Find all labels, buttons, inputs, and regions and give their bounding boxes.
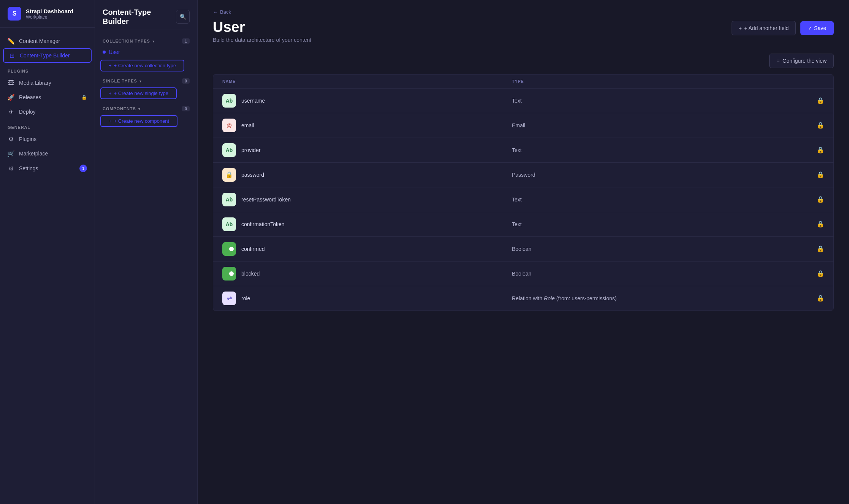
ctb-components-label: COMPONENTS [103, 106, 136, 111]
ctb-collection-types-badge: 1 [182, 38, 190, 44]
pencil-icon: ✏️ [8, 38, 14, 44]
ctb-single-types-label: SINGLE TYPES [103, 79, 137, 83]
field-name-cell: @ email [222, 119, 512, 132]
text-field-icon: Ab [222, 217, 236, 231]
page-title-group: User Build the data architecture of your… [213, 19, 311, 43]
ctb-components-badge: 0 [182, 106, 190, 111]
plus-icon: + [739, 25, 742, 31]
field-name: blocked [241, 271, 260, 277]
field-type: Text [512, 197, 801, 203]
sidebar-item-deploy[interactable]: ✈ Deploy [0, 105, 95, 119]
table-row: @ email Email 🔒 [213, 113, 833, 138]
settings-badge: 1 [79, 165, 87, 172]
field-name-cell: Ab username [222, 94, 512, 108]
field-name: provider [241, 147, 261, 153]
text-field-icon: Ab [222, 143, 236, 157]
table-header-type: TYPE [512, 79, 801, 84]
grid-icon: ⊞ [8, 52, 15, 59]
create-new-single-type-button[interactable]: + + Create new single type [100, 87, 177, 99]
sidebar-item-plugins[interactable]: ⚙ Plugins [0, 132, 95, 146]
sidebar-item-settings[interactable]: ⚙ Settings 1 [0, 161, 95, 176]
boolean-field-icon [222, 242, 236, 256]
sidebar-item-label: Content-Type Builder [20, 52, 70, 59]
field-name-cell: Ab confirmationToken [222, 217, 512, 231]
table-row: Ab provider Text 🔒 [213, 138, 833, 163]
table-row: Ab confirmationToken Text 🔒 [213, 212, 833, 237]
sidebar-item-label: Marketplace [19, 151, 48, 157]
app-title-group: Strapi Dashboard Workplace [26, 8, 73, 20]
relation-field-icon: ⇌ [222, 292, 236, 305]
ctb-collection-type-user[interactable]: User [95, 46, 197, 58]
sidebar-item-label: Deploy [19, 109, 36, 115]
field-type: Boolean [512, 246, 801, 252]
ctb-single-types-header[interactable]: SINGLE TYPES ▾ 0 [95, 76, 197, 86]
table-row: confirmed Boolean 🔒 [213, 237, 833, 262]
field-name-cell: ⇌ role [222, 292, 512, 305]
ctb-collection-types-label: COLLECTION TYPES [103, 39, 150, 43]
lock-icon: 🔒 [801, 196, 824, 203]
table-header-name: NAME [222, 79, 512, 84]
lock-icon: 🔒 [801, 245, 824, 252]
sidebar-item-content-manager[interactable]: ✏️ Content Manager [0, 34, 95, 48]
content-type-builder-panel: Content-Type Builder 🔍 COLLECTION TYPES … [95, 0, 198, 504]
create-new-component-button[interactable]: + + Create new component [100, 115, 177, 127]
text-field-icon: Ab [222, 193, 236, 206]
add-another-field-button[interactable]: + + Add another field [732, 21, 796, 35]
arrow-left-icon: ← [213, 9, 218, 15]
table-row: blocked Boolean 🔒 [213, 262, 833, 286]
chevron-down-icon: ▾ [138, 107, 140, 111]
field-name-cell: 🔒 password [222, 168, 512, 182]
sidebar-item-content-type-builder[interactable]: ⊞ Content-Type Builder [3, 48, 92, 63]
main-content: ← Back User Build the data architecture … [198, 0, 849, 504]
lock-icon: 🔒 [801, 220, 824, 228]
plus-icon: + [109, 63, 112, 68]
table-header: NAME TYPE [213, 74, 833, 89]
back-link[interactable]: ← Back [213, 9, 834, 15]
app-name: Strapi Dashboard [26, 8, 73, 14]
create-new-collection-type-button[interactable]: + + Create new collection type [100, 60, 184, 71]
lock-icon: 🔒 [801, 270, 824, 277]
sidebar-section-general: GENERAL [0, 119, 95, 132]
gear-icon: ⚙ [8, 165, 14, 172]
sidebar-item-media-library[interactable]: 🖼 Media Library [0, 76, 95, 90]
field-name-cell: confirmed [222, 242, 512, 256]
ctb-components-header[interactable]: COMPONENTS ▾ 0 [95, 104, 197, 114]
plus-icon: + [109, 90, 112, 96]
field-name-cell: Ab resetPasswordToken [222, 193, 512, 206]
page-subtitle: Build the data architecture of your cont… [213, 37, 311, 43]
chevron-down-icon: ▾ [139, 79, 141, 83]
sidebar-item-releases[interactable]: 🚀 Releases 🔒 [0, 90, 95, 105]
ctb-collection-types-header[interactable]: COLLECTION TYPES ▾ 1 [95, 36, 197, 46]
ctb-section-components: COMPONENTS ▾ 0 + + Create new component [95, 104, 197, 132]
sidebar-item-label: Content Manager [19, 38, 60, 44]
sidebar-item-marketplace[interactable]: 🛒 Marketplace [0, 146, 95, 161]
page-header-row: User Build the data architecture of your… [213, 19, 834, 43]
configure-view-button[interactable]: ≡ Configure the view [769, 54, 834, 68]
table-row: Ab resetPasswordToken Text 🔒 [213, 187, 833, 212]
main-header: ← Back User Build the data architecture … [198, 0, 849, 43]
search-icon: 🔍 [180, 14, 186, 20]
field-name: resetPasswordToken [241, 197, 291, 203]
lock-icon: 🔒 [801, 97, 824, 104]
image-icon: 🖼 [8, 79, 14, 86]
email-field-icon: @ [222, 119, 236, 132]
sidebar-nav: ✏️ Content Manager ⊞ Content-Type Builde… [0, 28, 95, 504]
field-name-cell: blocked [222, 267, 512, 281]
puzzle-icon: ⚙ [8, 136, 14, 143]
rocket-icon: 🚀 [8, 94, 14, 101]
lock-icon: 🔒 [801, 171, 824, 178]
save-button[interactable]: ✓ Save [800, 21, 834, 35]
field-type: Text [512, 147, 801, 153]
active-dot-icon [103, 51, 106, 54]
lock-icon: 🔒 [801, 122, 824, 129]
ctb-single-types-badge: 0 [182, 78, 190, 84]
field-name: role [241, 295, 250, 301]
ctb-search-button[interactable]: 🔍 [176, 10, 190, 24]
chevron-down-icon: ▾ [152, 39, 154, 43]
lock-icon: 🔒 [801, 146, 824, 154]
sidebar-section-plugins: PLUGINS [0, 63, 95, 76]
sidebar-header: S Strapi Dashboard Workplace [0, 0, 95, 28]
ctb-title: Content-Type Builder [103, 8, 151, 26]
app-workspace: Workplace [26, 14, 73, 20]
plus-icon: + [109, 118, 112, 124]
